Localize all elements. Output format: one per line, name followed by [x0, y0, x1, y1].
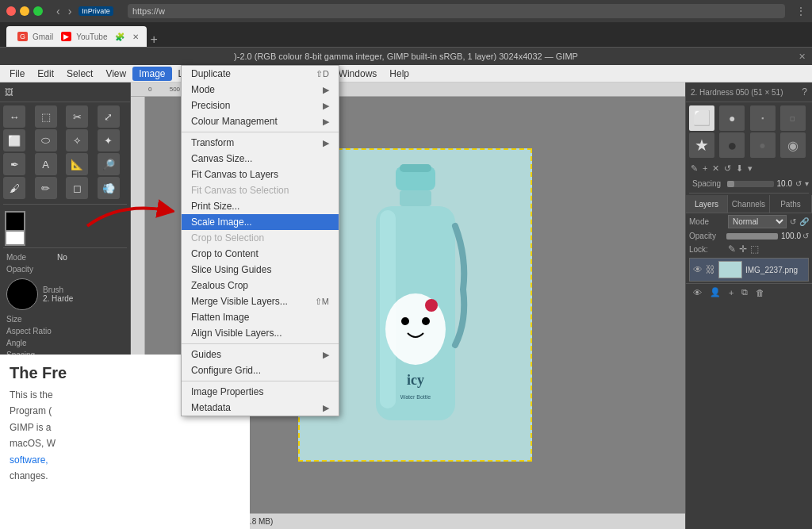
tool-align[interactable]: ⬚	[35, 105, 57, 128]
layer-visibility-icon[interactable]: 👁	[693, 264, 703, 275]
tool-transform[interactable]: ⤢	[98, 105, 120, 128]
menu-duplicate[interactable]: Duplicate ⇧D	[182, 66, 339, 82]
menu-image[interactable]: Image	[132, 67, 171, 81]
menu-view[interactable]: View	[99, 67, 132, 81]
tab-channels[interactable]: Channels	[728, 195, 770, 213]
brush-spacing-slider[interactable]	[727, 181, 773, 187]
menu-zealous-crop[interactable]: Zealous Crop	[182, 278, 339, 293]
tab-layers[interactable]: Layers	[686, 195, 728, 213]
tool-move[interactable]: ↔	[3, 105, 25, 128]
layer-opacity-slider[interactable]	[726, 233, 778, 240]
brush-item-circle-lg[interactable]: ●	[719, 132, 745, 158]
tool-paint[interactable]: 🖌	[3, 177, 25, 199]
layer-mode-select[interactable]: Normal	[728, 215, 787, 228]
tool-rect-select[interactable]: ⬜	[3, 129, 25, 151]
menu-transform[interactable]: Transform ▶	[182, 135, 339, 151]
menu-help[interactable]: Help	[383, 67, 416, 81]
menu-precision[interactable]: Precision ▶	[182, 98, 339, 113]
menu-metadata[interactable]: Metadata ▶	[182, 400, 339, 416]
layer-mode-chain-icon[interactable]: 🔗	[799, 217, 809, 226]
menu-print-size[interactable]: Print Size...	[182, 198, 339, 214]
brush-spacing-reset-icon[interactable]: ↺	[795, 179, 802, 188]
panel-btn-1[interactable]: 👁	[691, 287, 704, 298]
tool-fuzzy-select[interactable]: ✦	[98, 129, 120, 151]
menu-select[interactable]: Select	[60, 67, 99, 81]
new-tab-button[interactable]: +	[150, 33, 157, 47]
brush-tool-btn-2[interactable]: +	[701, 163, 709, 174]
brush-tool-btn-6[interactable]: ▾	[746, 163, 754, 174]
brush-item-2[interactable]: ●	[719, 105, 745, 131]
brush-item-4[interactable]: ◻	[780, 105, 806, 131]
layer-opacity-icon[interactable]: ↺	[802, 232, 809, 240]
menu-colour-mgmt-arrow: ▶	[323, 117, 329, 127]
menu-configure-grid[interactable]: Configure Grid...	[182, 362, 339, 378]
panel-btn-new[interactable]: +	[726, 287, 736, 298]
lock-alpha-icon[interactable]: ⬚	[750, 243, 759, 255]
layer-item[interactable]: 👁 ⛓ IMG_2237.png	[689, 258, 809, 282]
tab-paths[interactable]: Paths	[770, 195, 812, 213]
tool-crop[interactable]: ✂	[66, 105, 88, 128]
menu-slice-using-guides[interactable]: Slice Using Guides	[182, 262, 339, 278]
brush-preview: Brush 2. Harde	[3, 275, 127, 313]
layers-tabs: Layers Channels Paths	[686, 195, 812, 213]
forward-button[interactable]: ›	[66, 5, 75, 17]
lock-position-icon[interactable]: ✛	[739, 243, 747, 255]
tool-ellipse-select[interactable]: ⬭	[35, 129, 57, 151]
close-button[interactable]	[6, 6, 16, 16]
brush-tool-btn-3[interactable]: ✕	[710, 163, 721, 174]
layer-mode-icon[interactable]: ↺	[790, 217, 796, 226]
tab-close-button[interactable]: ✕	[132, 33, 139, 41]
back-button[interactable]: ‹	[54, 5, 63, 17]
menu-scale-image[interactable]: Scale Image...	[182, 214, 339, 230]
tool-free-select[interactable]: ⟡	[66, 129, 88, 151]
menu-file[interactable]: File	[3, 67, 31, 81]
brush-spacing-label: Spacing	[689, 178, 724, 190]
menu-mode[interactable]: Mode ▶	[182, 82, 339, 98]
menu-guides[interactable]: Guides ▶	[182, 347, 339, 362]
brush-item-1[interactable]: ⬜	[689, 105, 714, 131]
menu-crop-to-content[interactable]: Crop to Content	[182, 246, 339, 262]
tool-eraser[interactable]: ◻	[66, 177, 88, 199]
brush-tool-btn-5[interactable]: ⬇	[734, 163, 745, 174]
brush-tool-btn-4[interactable]: ↺	[722, 163, 733, 174]
menu-fit-canvas-layers[interactable]: Fit Canvas to Layers	[182, 167, 339, 182]
gimp-close-icon[interactable]: ✕	[799, 52, 806, 62]
menu-canvas-size[interactable]: Canvas Size...	[182, 151, 339, 167]
menu-windows[interactable]: Windows	[332, 67, 384, 81]
panel-help-icon[interactable]: ?	[802, 86, 807, 98]
tool-pencil[interactable]: ✏	[35, 177, 57, 199]
brush-item-fuzzy[interactable]: ◉	[780, 132, 806, 158]
layer-link-icon[interactable]: ⛓	[706, 264, 715, 275]
menu-merge-visible[interactable]: Merge Visible Layers... ⇧M	[182, 293, 339, 309]
panel-btn-2[interactable]: 👤	[707, 286, 723, 298]
tool-airbrush[interactable]: 💨	[98, 177, 120, 199]
address-bar[interactable]: https://w	[128, 4, 785, 18]
menu-align-visible[interactable]: Align Visible Layers...	[182, 325, 339, 341]
active-tab[interactable]: G Gmail ▶ YouTube 🧩 ✕	[6, 26, 147, 47]
menu-image-properties[interactable]: Image Properties	[182, 384, 339, 400]
menu-crop-to-selection: Crop to Selection	[182, 230, 339, 246]
brush-tool-btn-1[interactable]: ✎	[689, 163, 699, 174]
svg-point-7	[422, 317, 430, 325]
fg-color-box[interactable]	[5, 211, 25, 232]
tool-paths[interactable]: ✒	[3, 153, 25, 175]
webpage-link[interactable]: software,	[10, 452, 240, 468]
brush-item-star[interactable]: ★	[689, 132, 714, 158]
minimize-button[interactable]	[20, 6, 29, 16]
panel-btn-delete[interactable]: 🗑	[753, 287, 767, 298]
menu-colour-management[interactable]: Colour Management ▶	[182, 113, 339, 129]
tool-text[interactable]: A	[35, 153, 57, 175]
panel-btn-dup[interactable]: ⧉	[739, 286, 750, 298]
extensions-icon[interactable]: ⋮	[796, 6, 806, 17]
image-menu-dropdown: Duplicate ⇧D Mode ▶ Precision ▶	[181, 65, 339, 416]
lock-pixels-icon[interactable]: ✎	[728, 243, 736, 255]
menu-flatten-image[interactable]: Flatten Image	[182, 309, 339, 325]
menu-edit[interactable]: Edit	[31, 67, 60, 81]
brush-item-3[interactable]: ▪	[750, 105, 776, 131]
menu-align-visible-label: Align Visible Layers...	[191, 328, 282, 339]
brush-item-circle-sm[interactable]: ●	[750, 132, 776, 158]
brush-spacing-options-icon[interactable]: ▾	[805, 179, 809, 188]
tool-measure[interactable]: 📐	[66, 153, 88, 175]
tool-zoom[interactable]: 🔎	[98, 153, 120, 175]
maximize-button[interactable]	[33, 6, 43, 16]
